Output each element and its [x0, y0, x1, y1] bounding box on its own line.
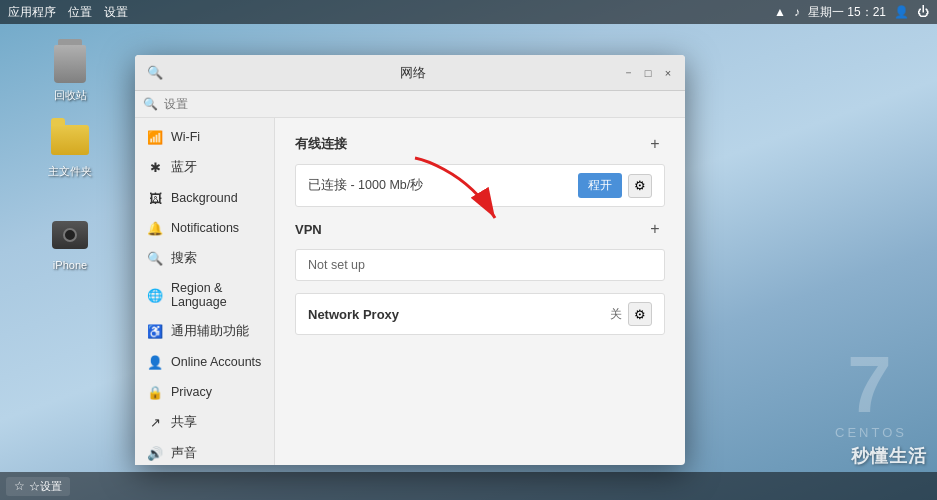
settings-window: 🔍 网络 － □ × 🔍 📶 Wi-Fi ✱ [135, 55, 685, 465]
close-button[interactable]: × [659, 64, 677, 82]
position-menu[interactable]: 位置 [68, 4, 92, 21]
power-icon[interactable]: ⏻ [917, 5, 929, 19]
wired-settings-button[interactable]: ⚙ [628, 174, 652, 198]
network-proxy-row: Network Proxy 关 ⚙ [295, 293, 665, 335]
sidebar-label-share: 共享 [171, 414, 197, 431]
sidebar-label-sound: 声音 [171, 445, 197, 462]
home-folder-label: 主文件夹 [48, 164, 92, 179]
user-icon: 👤 [894, 5, 909, 19]
sidebar-item-bluetooth[interactable]: ✱ 蓝牙 [135, 152, 274, 183]
iphone-label: iPhone [53, 259, 87, 271]
sidebar-item-region[interactable]: 🌐 Region & Language [135, 274, 274, 316]
sidebar-item-accessibility[interactable]: ♿ 通用辅助功能 [135, 316, 274, 347]
settings-titlebar: 🔍 网络 － □ × [135, 55, 685, 91]
online-accounts-icon: 👤 [147, 354, 163, 370]
sidebar-item-wifi[interactable]: 📶 Wi-Fi [135, 122, 274, 152]
connection-actions: 程开 ⚙ [578, 173, 652, 198]
accessibility-icon: ♿ [147, 324, 163, 340]
proxy-actions: 关 ⚙ [610, 302, 652, 326]
minimize-button[interactable]: － [619, 64, 637, 82]
desktop-icon-iphone[interactable]: iPhone [38, 215, 102, 271]
background-icon: 🖼 [147, 190, 163, 206]
vpn-section-header: VPN + [295, 219, 665, 239]
settings-sidebar: 📶 Wi-Fi ✱ 蓝牙 🖼 Background 🔔 Notification… [135, 118, 275, 465]
bluetooth-icon: ✱ [147, 160, 163, 176]
sidebar-label-wifi: Wi-Fi [171, 130, 200, 144]
vpn-title: VPN [295, 222, 322, 237]
datetime-label: 星期一 15：21 [808, 4, 886, 21]
sidebar-label-privacy: Privacy [171, 385, 212, 399]
settings-title: 网络 [207, 64, 619, 82]
share-icon: ↗ [147, 415, 163, 431]
brand-watermark: 秒懂生活 [851, 444, 927, 468]
sidebar-item-background[interactable]: 🖼 Background [135, 183, 274, 213]
wired-title: 有线连接 [295, 135, 347, 153]
settings-menu[interactable]: 设置 [104, 4, 128, 21]
taskbar-item-settings[interactable]: ☆ ☆设置 [6, 477, 70, 496]
connect-button[interactable]: 程开 [578, 173, 622, 198]
taskbar-settings-label: ☆设置 [29, 479, 62, 494]
vpn-section: VPN + Not set up [295, 219, 665, 281]
sidebar-label-notifications: Notifications [171, 221, 239, 235]
sidebar-item-online-accounts[interactable]: 👤 Online Accounts [135, 347, 274, 377]
wifi-icon: 📶 [147, 129, 163, 145]
settings-search-bar[interactable]: 🔍 [135, 91, 685, 118]
connection-status: 已连接 - 1000 Mb/秒 [308, 177, 423, 194]
topbar-left: 应用程序 位置 设置 [8, 4, 128, 21]
sidebar-label-search: 搜索 [171, 250, 197, 267]
centos-text: CENTOS [835, 425, 907, 440]
centos-watermark: 7 CENTOS [835, 345, 907, 440]
settings-body: 📶 Wi-Fi ✱ 蓝牙 🖼 Background 🔔 Notification… [135, 118, 685, 465]
notifications-icon: 🔔 [147, 220, 163, 236]
folder-icon [50, 120, 90, 160]
window-controls: － □ × [619, 64, 677, 82]
taskbar-settings-icon: ☆ [14, 479, 25, 493]
privacy-icon: 🔒 [147, 384, 163, 400]
wired-section-header: 有线连接 + [295, 134, 665, 154]
volume-icon: ♪ [794, 5, 800, 19]
maximize-button[interactable]: □ [639, 64, 657, 82]
desktop-icon-trash[interactable]: 回收站 [38, 44, 102, 103]
search-area-left: 🔍 [147, 65, 207, 80]
proxy-status: 关 [610, 306, 622, 323]
sidebar-item-share[interactable]: ↗ 共享 [135, 407, 274, 438]
search-sidebar-icon: 🔍 [147, 251, 163, 267]
sidebar-label-background: Background [171, 191, 238, 205]
topbar-right: ▲ ♪ 星期一 15：21 👤 ⏻ [774, 4, 929, 21]
search-input[interactable] [164, 97, 677, 111]
topbar: 应用程序 位置 设置 ▲ ♪ 星期一 15：21 👤 ⏻ [0, 0, 937, 24]
region-icon: 🌐 [147, 287, 163, 303]
taskbar: ☆ ☆设置 [0, 472, 937, 500]
vpn-status: Not set up [295, 249, 665, 281]
camera-icon [50, 215, 90, 255]
desktop: 应用程序 位置 设置 ▲ ♪ 星期一 15：21 👤 ⏻ 回收站 主文件夹 iP… [0, 0, 937, 500]
trash-icon [50, 44, 90, 84]
app-menu[interactable]: 应用程序 [8, 4, 56, 21]
sidebar-item-privacy[interactable]: 🔒 Privacy [135, 377, 274, 407]
vpn-add-button[interactable]: + [645, 219, 665, 239]
network-status-icon: ▲ [774, 5, 786, 19]
sidebar-label-accessibility: 通用辅助功能 [171, 323, 249, 340]
search-bar-icon: 🔍 [143, 97, 158, 111]
search-icon: 🔍 [147, 65, 163, 80]
sidebar-item-search[interactable]: 🔍 搜索 [135, 243, 274, 274]
wired-add-button[interactable]: + [645, 134, 665, 154]
proxy-settings-button[interactable]: ⚙ [628, 302, 652, 326]
desktop-icon-home-folder[interactable]: 主文件夹 [38, 120, 102, 179]
connection-row: 已连接 - 1000 Mb/秒 程开 ⚙ [295, 164, 665, 207]
sound-icon: 🔊 [147, 446, 163, 462]
proxy-title: Network Proxy [308, 307, 399, 322]
settings-content: 有线连接 + 已连接 - 1000 Mb/秒 程开 ⚙ VPN + [275, 118, 685, 465]
sidebar-label-region: Region & Language [171, 281, 262, 309]
trash-label: 回收站 [54, 88, 87, 103]
centos-number: 7 [835, 345, 907, 425]
sidebar-label-bluetooth: 蓝牙 [171, 159, 197, 176]
sidebar-item-notifications[interactable]: 🔔 Notifications [135, 213, 274, 243]
sidebar-item-sound[interactable]: 🔊 声音 [135, 438, 274, 465]
sidebar-label-online-accounts: Online Accounts [171, 355, 261, 369]
